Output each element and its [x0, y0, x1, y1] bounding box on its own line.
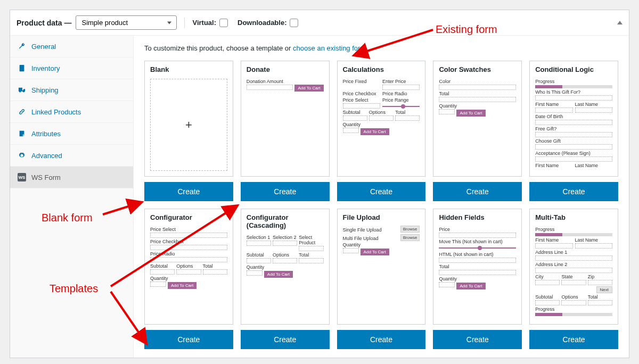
card-title: Conditional Logic — [530, 61, 618, 76]
sidebar-item-advanced[interactable]: Advanced — [10, 145, 133, 167]
sidebar-item-shipping[interactable]: Shipping — [10, 79, 133, 101]
template-card-calculations: Calculations Price FixedEnter Price Pric… — [337, 61, 426, 201]
sidebar-item-label: Inventory — [31, 64, 60, 72]
sidebar-item-inventory[interactable]: Inventory — [10, 57, 133, 79]
template-card-configurator: Configurator Price Select Price Checkbox… — [144, 209, 233, 349]
clipboard-icon — [18, 64, 26, 72]
template-card-multitab: Multi-Tab Progress First NameLast Name A… — [529, 209, 618, 349]
create-button[interactable]: Create — [433, 182, 522, 201]
virtual-label: Virtual: — [192, 19, 228, 27]
product-data-panel: Product data — Simple product Virtual: D… — [10, 10, 629, 358]
create-button[interactable]: Create — [241, 330, 330, 349]
wsform-icon: WS — [18, 173, 26, 181]
sidebar-item-label: WS Form — [31, 173, 61, 181]
card-title: Blank — [145, 61, 233, 76]
virtual-checkbox[interactable] — [219, 19, 228, 27]
divider — [184, 18, 185, 28]
collapse-toggle-icon[interactable] — [617, 21, 622, 24]
plus-icon: + — [150, 79, 227, 171]
card-title: Calculations — [338, 61, 425, 76]
sidebar-item-label: Linked Products — [31, 108, 81, 116]
card-title: Color Swatches — [433, 61, 521, 76]
wrench-icon — [18, 42, 26, 51]
link-icon — [18, 107, 26, 116]
template-card-donate: Donate Donation Amount Add To Cart Creat… — [241, 61, 330, 201]
sidebar-item-label: General — [31, 43, 56, 51]
sidebar-item-label: Advanced — [31, 152, 62, 160]
create-button[interactable]: Create — [144, 182, 233, 201]
main-content: To customize this product, choose a temp… — [134, 36, 629, 358]
create-button[interactable]: Create — [337, 330, 426, 349]
sidebar-item-wsform[interactable]: WS WS Form — [10, 167, 133, 188]
product-type-select[interactable]: Simple product — [76, 15, 177, 30]
panel-header: Product data — Simple product Virtual: D… — [10, 10, 629, 36]
card-title: Multi-Tab — [530, 209, 618, 224]
note-icon — [18, 129, 26, 138]
template-card-conditional: Conditional Logic Progress Who Is This G… — [529, 61, 618, 201]
downloadable-label: Downloadable: — [237, 19, 298, 27]
create-button[interactable]: Create — [241, 182, 330, 201]
card-title: File Upload — [338, 209, 425, 224]
create-button[interactable]: Create — [529, 182, 618, 201]
template-card-blank: Blank + Create — [144, 61, 233, 201]
template-card-cascading: Configurator (Cascading) Selection 1Sele… — [241, 209, 330, 349]
gear-icon — [18, 151, 26, 160]
template-card-hidden: Hidden Fields Price Move This (Not shown… — [433, 209, 522, 349]
panel-title: Product data — — [17, 19, 71, 27]
card-title: Configurator (Cascading) — [241, 209, 329, 231]
card-title: Hidden Fields — [433, 209, 521, 224]
sidebar-item-general[interactable]: General — [10, 36, 133, 57]
truck-icon — [18, 86, 26, 94]
sidebar-item-attributes[interactable]: Attributes — [10, 123, 133, 145]
template-card-fileupload: File Upload Single File UploadBrowse Mul… — [337, 209, 426, 349]
sidebar-item-label: Attributes — [31, 130, 61, 138]
choose-existing-link[interactable]: choose an existing form — [293, 44, 366, 52]
create-button[interactable]: Create — [337, 182, 426, 201]
sidebar-item-linked[interactable]: Linked Products — [10, 101, 133, 123]
create-button[interactable]: Create — [433, 330, 522, 349]
downloadable-checkbox[interactable] — [290, 19, 298, 27]
template-grid: Blank + Create Donate Donation Amount Ad… — [144, 61, 618, 349]
sidebar-item-label: Shipping — [31, 86, 59, 94]
card-title: Donate — [241, 61, 329, 76]
create-button[interactable]: Create — [529, 330, 618, 349]
create-button[interactable]: Create — [144, 330, 233, 349]
product-tabs-sidebar: General Inventory Shipping Linked Produc… — [10, 36, 134, 358]
card-title: Configurator — [145, 209, 233, 224]
intro-text: To customize this product, choose a temp… — [144, 44, 618, 52]
template-card-swatches: Color Swatches Color Total Quantity Add … — [433, 61, 522, 201]
